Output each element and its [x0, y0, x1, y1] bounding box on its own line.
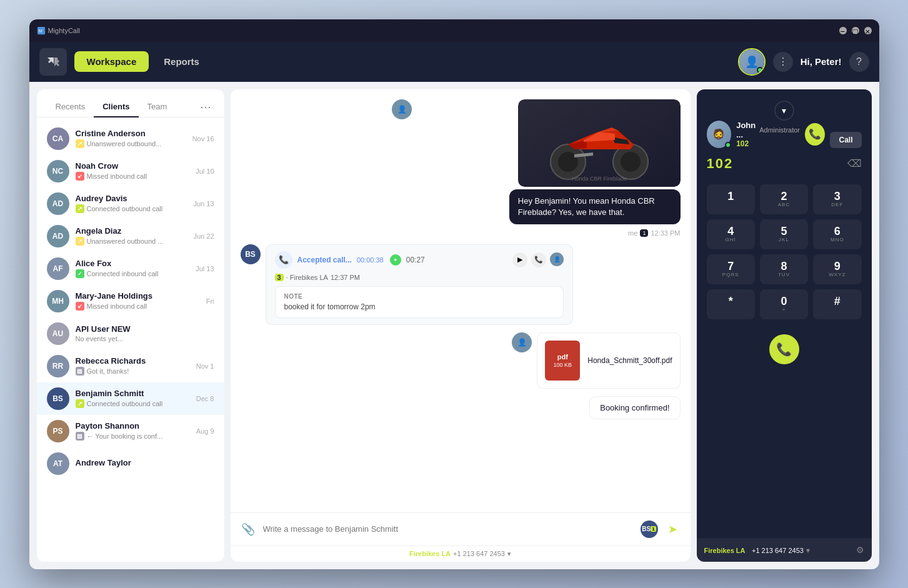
- contact-date: Jun 13: [193, 200, 214, 207]
- message-meta: me 1 12:33 PM: [628, 229, 680, 237]
- tab-team[interactable]: Team: [139, 97, 176, 117]
- bs-avatar: BS: [241, 244, 261, 264]
- chat-panel: Honda CBR Fireblade Hey Benjamin! You me…: [231, 89, 691, 562]
- contact-name: API User NEW: [76, 324, 214, 334]
- contact-status-text: Missed inbound call: [87, 302, 147, 310]
- pdf-card: pdf 100 KB Honda_Schmitt_30off.pdf: [537, 332, 680, 389]
- topbar-right: 👤 ⋮ Hi, Peter! ?: [738, 48, 869, 76]
- contact-date: Aug 9: [196, 427, 214, 435]
- call-timer: 00:00:38: [357, 256, 384, 264]
- dialer-footer-label: Firebikes LA: [704, 547, 746, 554]
- list-item[interactable]: AT Andrew Taylor: [37, 447, 224, 480]
- dialer-input-number: 102: [707, 156, 734, 172]
- help-button[interactable]: ?: [849, 52, 869, 72]
- key-3[interactable]: 3 DEF: [813, 184, 861, 214]
- collapse-button[interactable]: ▾: [774, 101, 794, 121]
- chevron-down-icon: ▾: [806, 546, 810, 555]
- dialer-quick-call-button[interactable]: 📞: [805, 123, 825, 146]
- key-5[interactable]: 5 JKL: [760, 219, 808, 249]
- status-icon: ↗: [76, 204, 84, 213]
- key-6[interactable]: 6 MNO: [813, 219, 861, 249]
- key-star[interactable]: *: [707, 289, 755, 319]
- contact-name: Angela Diaz: [76, 226, 187, 236]
- contacts-panel: Recents Clients Team ⋯ CA Cristine Ander…: [37, 89, 224, 562]
- dialer-extension: 102: [736, 139, 800, 148]
- chevron-down-icon: ▾: [507, 550, 511, 558]
- list-item[interactable]: CA Cristine Anderson ↗ Unanswered outbou…: [37, 122, 224, 155]
- status-icon: ↗: [76, 139, 84, 148]
- send-button[interactable]: ➤: [663, 519, 683, 539]
- call-message-row: BS 📞 Accepted call... 00:00:38 ●: [241, 244, 681, 325]
- list-item[interactable]: AU API User NEW No events yet...: [37, 317, 224, 350]
- contacts-more-button[interactable]: ⋯: [197, 98, 214, 116]
- number-selector[interactable]: Firebikes LA +1 213 647 2453 ▾: [409, 550, 511, 558]
- contact-avatar: PS: [47, 420, 69, 442]
- list-item[interactable]: NC Noah Crow ↙ Missed inbound call Jul 1…: [37, 155, 224, 187]
- key-4[interactable]: 4 GHI: [707, 219, 755, 249]
- contact-avatar: AF: [47, 257, 69, 280]
- call-duration: 00:27: [406, 256, 425, 264]
- message-sender-avatar: 👤: [392, 99, 412, 119]
- contact-status-text: Connected inbound call: [87, 270, 159, 277]
- key-hash[interactable]: #: [813, 289, 861, 319]
- list-item[interactable]: AF Alice Fox ✓ Connected inbound call Ju…: [37, 252, 224, 285]
- dialer-avatar: 🧔: [707, 121, 732, 148]
- message-input[interactable]: [263, 521, 636, 537]
- call-icons: ▶ 📞 👤: [512, 252, 564, 267]
- contact-status-text: Missed inbound call: [87, 172, 147, 180]
- maximize-button[interactable]: □: [852, 27, 859, 34]
- contact-name: Mary-Jane Holdings: [76, 291, 200, 301]
- app-logo: M MightyCall: [37, 26, 80, 35]
- backspace-button[interactable]: ⌫: [847, 157, 862, 169]
- dialer-online-dot: [725, 142, 731, 148]
- contact-avatar: NC: [47, 160, 69, 182]
- message-image: Honda CBR Fireblade: [518, 99, 681, 187]
- list-item[interactable]: PS Payton Shannon ▤ ← Your booking is co…: [37, 415, 224, 447]
- list-item[interactable]: AD Audrey Davis ↗ Connected outbound cal…: [37, 187, 224, 220]
- main-content: Recents Clients Team ⋯ CA Cristine Ander…: [29, 82, 879, 569]
- settings-button[interactable]: ⚙: [856, 545, 864, 555]
- status-icon: ↙: [76, 172, 84, 181]
- contact-date: Jul 10: [196, 167, 214, 175]
- key-8[interactable]: 8 TUV: [760, 254, 808, 284]
- contact-avatar: AD: [47, 225, 69, 247]
- message-row: Honda CBR Fireblade Hey Benjamin! You me…: [241, 99, 681, 237]
- app-window: M MightyCall − □ × Workspace Reports 👤 ⋮: [29, 19, 879, 569]
- contact-status-text: Connected outbound call: [87, 400, 163, 407]
- topbar: Workspace Reports 👤 ⋮ Hi, Peter! ?: [29, 42, 879, 82]
- call-button[interactable]: Call: [830, 132, 861, 148]
- contact-avatar: BS: [47, 387, 69, 410]
- contact-name: Alice Fox: [76, 259, 190, 268]
- key-2[interactable]: 2 ABC: [760, 184, 808, 214]
- phone-button[interactable]: 📞: [531, 252, 546, 267]
- list-item[interactable]: AD Angela Diaz ↗ Unanswered outbound ...…: [37, 220, 224, 252]
- message-bubble: Hey Benjamin! You mean Honda CBR Firebla…: [509, 189, 681, 224]
- contact-name: Benjamin Schmitt: [76, 389, 190, 398]
- key-9[interactable]: 9 WXYZ: [813, 254, 861, 284]
- call-status-text: Accepted call...: [297, 256, 352, 264]
- play-button[interactable]: ▶: [512, 252, 527, 267]
- footer-label: Firebikes LA: [409, 550, 451, 557]
- key-7[interactable]: 7 PQRS: [707, 254, 755, 284]
- user-options-button[interactable]: ⋮: [773, 52, 793, 72]
- key-1[interactable]: 1: [707, 184, 755, 214]
- list-item[interactable]: BS Benjamin Schmitt ↗ Connected outbound…: [37, 382, 224, 415]
- call-status-row: 📞 Accepted call... 00:00:38 ● 00:27 ▶: [275, 251, 564, 269]
- workspace-nav-button[interactable]: Workspace: [74, 51, 149, 72]
- list-item[interactable]: MH Mary-Jane Holdings ↙ Missed inbound c…: [37, 285, 224, 317]
- contacts-tabs-header: Recents Clients Team ⋯: [37, 89, 224, 117]
- tab-clients[interactable]: Clients: [94, 97, 138, 117]
- contact-avatar: RR: [47, 355, 69, 377]
- list-item[interactable]: RR Rebecca Richards ▤ Got it, thanks! No…: [37, 350, 224, 382]
- booking-confirmed-text: Booking confirmed!: [589, 396, 680, 419]
- key-0[interactable]: 0 +: [760, 289, 808, 319]
- minimize-button[interactable]: −: [839, 27, 847, 34]
- contact-date: Dec 8: [196, 395, 214, 402]
- note-card: NOTE booked it for tomorrow 2pm: [275, 286, 564, 318]
- tab-recents[interactable]: Recents: [47, 97, 94, 117]
- call-dial-button[interactable]: 📞: [769, 334, 799, 364]
- close-button[interactable]: ×: [864, 27, 872, 34]
- contact-name: Andrew Taylor: [76, 458, 214, 467]
- reports-nav-button[interactable]: Reports: [151, 51, 212, 72]
- attach-button[interactable]: 📎: [238, 519, 258, 539]
